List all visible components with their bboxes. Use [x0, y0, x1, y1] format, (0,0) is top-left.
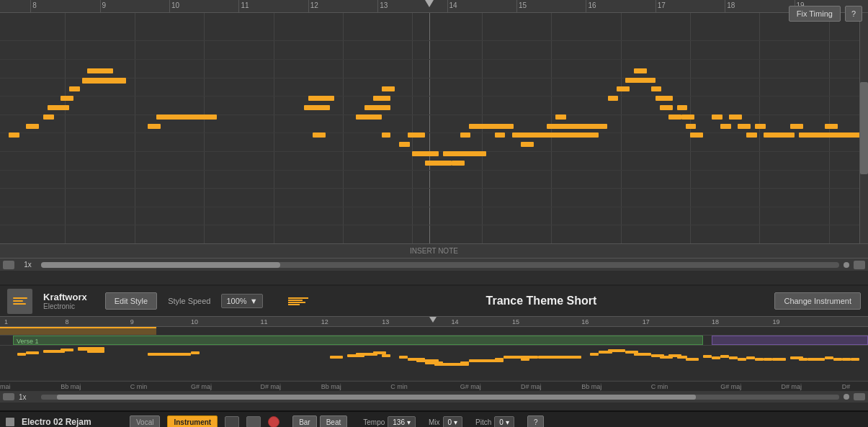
bar-beat-group: Bar Beat [292, 415, 347, 428]
scrollbar-thumb[interactable] [860, 82, 868, 174]
note[interactable] [9, 132, 19, 138]
song-scroll-thumb[interactable] [57, 395, 695, 400]
track-name: Kraftworx [43, 292, 87, 302]
song-scroll-right[interactable] [854, 393, 865, 400]
speed-dropdown[interactable]: 100% ▼ [221, 294, 262, 308]
note[interactable] [382, 132, 390, 138]
note[interactable] [608, 96, 618, 101]
ruler-mark-11: 11 [238, 0, 249, 12]
note[interactable] [304, 105, 330, 110]
note[interactable] [547, 124, 607, 129]
song-ruler[interactable]: 1 8 9 10 11 12 13 14 15 16 17 18 19 [0, 317, 868, 327]
record-button[interactable] [268, 416, 279, 427]
note[interactable] [643, 78, 656, 83]
note[interactable] [48, 105, 69, 110]
piano-roll-scrollbar[interactable]: 1x [0, 258, 868, 271]
track-name-group: Kraftworx Electronic [43, 292, 87, 310]
note[interactable] [690, 132, 703, 138]
note[interactable] [26, 124, 39, 129]
piano-roll-ruler[interactable]: 8 9 10 11 12 13 14 15 16 17 18 19 [0, 0, 868, 13]
note[interactable] [746, 132, 756, 138]
note[interactable] [617, 86, 630, 91]
transport-help-button[interactable]: ? [527, 415, 545, 428]
note[interactable] [425, 161, 451, 166]
song-section: 1 8 9 10 11 12 13 14 15 16 17 18 19 Vers… [0, 317, 868, 410]
note[interactable] [790, 124, 803, 129]
song-scroll-track[interactable] [41, 395, 839, 400]
note[interactable] [668, 114, 681, 120]
note[interactable] [634, 68, 647, 73]
pattern-title: Trance Theme Short [319, 295, 764, 307]
piano-roll-grid[interactable] [0, 13, 868, 243]
change-instrument-button[interactable]: Change Instrument [774, 292, 861, 310]
pitch-value-display[interactable]: 0 ▾ [494, 416, 514, 428]
note[interactable] [755, 124, 765, 129]
scroll-left-btn[interactable] [3, 261, 14, 269]
transport-btn-1[interactable] [225, 416, 239, 427]
vertical-scrollbar[interactable] [859, 13, 868, 243]
note[interactable] [452, 161, 465, 166]
note[interactable] [373, 96, 390, 101]
note[interactable] [504, 124, 514, 129]
transport-btn-2[interactable] [246, 416, 261, 427]
note[interactable] [681, 114, 694, 120]
bar-button[interactable]: Bar [292, 415, 317, 428]
instrument-button[interactable]: Instrument [167, 415, 218, 428]
song-row-1[interactable] [0, 327, 868, 336]
note[interactable] [308, 96, 334, 101]
song-note [495, 358, 504, 361]
song-notes-row[interactable] [0, 346, 868, 380]
song-ruler-mark: 17 [643, 318, 650, 325]
note[interactable] [720, 124, 730, 129]
horizontal-scroll-track[interactable] [41, 262, 839, 268]
song-ruler-mark: 9 [130, 318, 134, 325]
note[interactable] [782, 132, 795, 138]
note[interactable] [408, 132, 425, 138]
note[interactable] [61, 96, 73, 101]
note[interactable] [686, 124, 696, 129]
scroll-right-btn[interactable] [854, 261, 865, 269]
note[interactable] [738, 124, 751, 129]
note[interactable] [660, 105, 673, 110]
pitch-group: Pitch 0 ▾ [475, 416, 514, 428]
note[interactable] [729, 114, 742, 120]
song-scrollbar[interactable]: 1x [0, 391, 868, 403]
note[interactable] [82, 78, 125, 84]
help-button[interactable]: ? [845, 6, 862, 22]
tempo-value-display[interactable]: 136 ▾ [388, 416, 416, 428]
note[interactable] [495, 132, 505, 138]
mix-value-display[interactable]: 0 ▾ [443, 416, 463, 428]
note[interactable] [313, 132, 326, 138]
note[interactable] [364, 105, 390, 110]
song-scroll-dot[interactable] [844, 394, 849, 400]
horizontal-scroll-thumb[interactable] [41, 262, 280, 268]
note[interactable] [555, 114, 565, 120]
note[interactable] [69, 86, 79, 91]
note[interactable] [43, 114, 53, 120]
beat-button[interactable]: Beat [320, 415, 348, 428]
note[interactable] [412, 151, 438, 156]
song-scroll-left[interactable] [3, 393, 14, 400]
note[interactable] [443, 151, 486, 156]
note[interactable] [825, 124, 838, 129]
note[interactable] [399, 142, 409, 147]
note[interactable] [356, 114, 382, 120]
note[interactable] [656, 96, 673, 101]
song-note [755, 358, 764, 361]
note[interactable] [460, 132, 470, 138]
note[interactable] [677, 105, 687, 110]
fix-timing-button[interactable]: Fix Timing [789, 6, 841, 22]
note[interactable] [651, 86, 661, 91]
note[interactable] [148, 124, 161, 129]
note[interactable] [156, 114, 217, 120]
note[interactable] [382, 86, 395, 91]
vocal-button[interactable]: Vocal [130, 415, 160, 428]
note[interactable] [87, 68, 113, 73]
playhead-triangle [425, 0, 434, 7]
edit-style-button[interactable]: Edit Style [105, 292, 157, 310]
note[interactable] [521, 142, 534, 147]
note[interactable] [712, 114, 722, 120]
scroll-center-dot[interactable] [844, 262, 849, 268]
note[interactable] [547, 132, 555, 138]
song-row-verse[interactable]: Verse 1 [0, 336, 868, 346]
